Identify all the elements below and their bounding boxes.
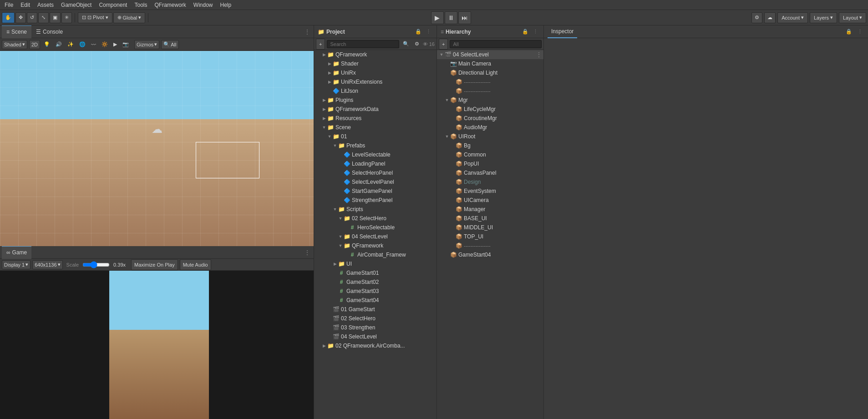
menu-qframework[interactable]: QFramework	[152, 2, 188, 8]
layout-dropdown[interactable]: Layout ▾	[839, 12, 866, 23]
hierarchy-item-canvaspanel[interactable]: 📦 CanvasPanel	[437, 168, 543, 177]
hierarchy-search-input[interactable]	[450, 40, 542, 48]
project-item-04selectlevel[interactable]: ▼ 📁 04 SelectLevel	[314, 232, 437, 241]
menu-component[interactable]: Component	[96, 2, 130, 8]
rotate-tool-button[interactable]: ↺	[27, 12, 37, 23]
project-item-scene[interactable]: ▼ 📁 Scene	[314, 123, 437, 132]
hierarchy-menu-button[interactable]: ⋮	[531, 28, 540, 35]
project-item-resources[interactable]: ▶ 📁 Resources	[314, 114, 437, 123]
project-item-02selecthero[interactable]: ▼ 📁 02 SelectHero	[314, 214, 437, 223]
hierarchy-item-design[interactable]: 📦 Design	[437, 177, 543, 187]
layers-dropdown[interactable]: Layers ▾	[810, 12, 837, 23]
inspector-tab[interactable]: Inspector	[548, 25, 577, 38]
transform-tool-button[interactable]: ✳	[61, 12, 72, 23]
hierarchy-lock-button[interactable]: 🔒	[520, 28, 530, 35]
project-item-scene04selectlevel[interactable]: 🎬 04 SelectLevel	[314, 332, 437, 341]
scale-tool-button[interactable]: ⤡	[38, 12, 49, 23]
console-tab[interactable]: ☰ Console	[31, 25, 67, 38]
camera-icon-button[interactable]: 📷	[121, 40, 131, 49]
project-item-prefabs[interactable]: ▼ 📁 Prefabs	[314, 141, 437, 150]
pause-button[interactable]: ⏸	[445, 11, 457, 24]
hand-tool-button[interactable]: ✋	[2, 12, 15, 23]
project-item-gamestart02[interactable]: # GameStart02	[314, 278, 437, 287]
move-tool-button[interactable]: ✥	[15, 12, 26, 23]
pivot-button[interactable]: ⊡ ⊡ Pivot ▾	[78, 12, 112, 23]
hierarchy-item-uiroot[interactable]: ▼ 📦 UIRoot	[437, 132, 543, 141]
project-filter-button[interactable]: ⚙	[413, 40, 421, 49]
menu-tools[interactable]: Tools	[132, 2, 150, 8]
project-search-input[interactable]	[327, 40, 399, 48]
project-item-startgamepanel[interactable]: 🔷 StartGamePanel	[314, 187, 437, 196]
flare-button[interactable]: 🔆	[100, 40, 110, 49]
project-item-loadingpanel[interactable]: 🔷 LoadingPanel	[314, 159, 437, 168]
project-menu-button[interactable]: ⋮	[424, 28, 433, 35]
project-item-gamestart04[interactable]: # GameStart04	[314, 296, 437, 305]
menu-assets[interactable]: Assets	[35, 2, 56, 8]
hierarchy-item-directionallight[interactable]: 📦 Directional Light	[437, 68, 543, 77]
inspector-menu-button[interactable]: ⋮	[856, 28, 864, 35]
project-item-ui[interactable]: ▶ 📁 UI	[314, 259, 437, 268]
project-item-aircombatframew[interactable]: # AirCombat_Framew	[314, 250, 437, 259]
project-item-scene01gamestart[interactable]: 🎬 01 GameStart	[314, 305, 437, 314]
game-tab-menu[interactable]: ⋮	[303, 249, 312, 256]
mute-audio-button[interactable]: Mute Audio	[180, 259, 211, 270]
project-item-qframeworkdata[interactable]: ▶ 📁 QFrameworkData	[314, 105, 437, 114]
light-button[interactable]: 💡	[42, 40, 52, 49]
fx-button[interactable]: ✨	[66, 40, 76, 49]
project-item-heroselectable[interactable]: # HeroSelectable	[314, 223, 437, 232]
project-add-button[interactable]: +	[316, 39, 325, 50]
project-item-gamestart01[interactable]: # GameStart01	[314, 268, 437, 278]
hierarchy-add-button[interactable]: +	[439, 39, 448, 50]
project-item-plugins[interactable]: ▶ 📁 Plugins	[314, 96, 437, 105]
cloud-button[interactable]: ☁	[764, 12, 776, 23]
project-lock-button[interactable]: 🔒	[413, 28, 423, 35]
project-item-levelselectable[interactable]: 🔷 LevelSelectable	[314, 150, 437, 159]
project-item-scene03strengthen[interactable]: 🎬 03 Strengthen	[314, 323, 437, 332]
animated-button[interactable]: ▶	[112, 40, 119, 49]
global-button[interactable]: ⊕ Global ▾	[113, 12, 146, 23]
menu-window[interactable]: Window	[191, 2, 216, 8]
audio-button[interactable]: 🔊	[54, 40, 64, 49]
hierarchy-item-popui[interactable]: 📦 PopUI	[437, 159, 543, 168]
project-item-01[interactable]: ▼ 📁 01	[314, 132, 437, 141]
project-item-unirx[interactable]: ▶ 📁 UniRx	[314, 68, 437, 77]
2d-button[interactable]: 2D	[29, 40, 40, 49]
hierarchy-item-maincamera[interactable]: 📷 Main Camera	[437, 59, 543, 68]
game-tab[interactable]: ∞ Game	[2, 246, 31, 259]
project-item-selectheropanel[interactable]: 🔷 SelectHeroPanel	[314, 168, 437, 177]
project-item-strengthenpanel[interactable]: 🔷 StrengthenPanel	[314, 196, 437, 205]
hierarchy-item-mgr[interactable]: ▼ 📦 Mgr	[437, 96, 543, 105]
project-item-scene02selecthero[interactable]: 🎬 02 SelectHero	[314, 314, 437, 323]
shaded-dropdown[interactable]: Shaded ▾	[2, 40, 27, 49]
sky-button[interactable]: 🌐	[77, 40, 87, 49]
hierarchy-item-gamestart04[interactable]: 📦 GameStart04	[437, 250, 543, 259]
menu-gameobject[interactable]: GameObject	[58, 2, 94, 8]
settings-button[interactable]: ⚙	[751, 12, 762, 23]
hierarchy-item-audiomgr[interactable]: 📦 AudioMgr	[437, 123, 543, 132]
play-button[interactable]: ▶	[431, 11, 444, 24]
hierarchy-item-baseui[interactable]: 📦 BASE_UI	[437, 214, 543, 223]
project-item-litjson[interactable]: 🔷 LitJson	[314, 86, 437, 96]
project-item-shader[interactable]: ▶ 📁 Shader	[314, 59, 437, 68]
hierarchy-item-common[interactable]: 📦 Common	[437, 150, 543, 159]
account-dropdown[interactable]: Account ▾	[777, 12, 808, 23]
menu-edit[interactable]: Edit	[18, 2, 33, 8]
hierarchy-item-manager[interactable]: 📦 Manager	[437, 205, 543, 214]
scale-slider[interactable]	[82, 261, 110, 268]
hierarchy-item-middleui[interactable]: 📦 MIDDLE_UI	[437, 223, 543, 232]
inspector-lock-button[interactable]: 🔒	[844, 28, 854, 35]
fog-button[interactable]: 〰	[89, 40, 98, 49]
gizmos-dropdown[interactable]: Gizmos ▾	[134, 40, 159, 49]
step-button[interactable]: ⏭	[458, 11, 471, 24]
menu-file[interactable]: File	[2, 2, 16, 8]
project-item-scripts[interactable]: ▼ 📁 Scripts	[314, 205, 437, 214]
display-dropdown[interactable]: Display 1 ▾	[2, 260, 30, 269]
menu-help[interactable]: Help	[218, 2, 234, 8]
project-item-qframework[interactable]: ▶ 📁 QFramework	[314, 50, 437, 59]
hierarchy-item-04selectlevel[interactable]: ▼ 🎬 04 SelectLevel ⋮	[437, 50, 543, 59]
all-dropdown[interactable]: 🔍 All	[161, 40, 178, 49]
hierarchy-item-topui[interactable]: 📦 TOP_UI	[437, 232, 543, 241]
scene-tab-menu[interactable]: ⋮	[303, 29, 312, 35]
project-item-selectlevelpanel[interactable]: 🔷 SelectLevelPanel	[314, 177, 437, 187]
scene-root-menu[interactable]: ⋮	[536, 51, 542, 58]
